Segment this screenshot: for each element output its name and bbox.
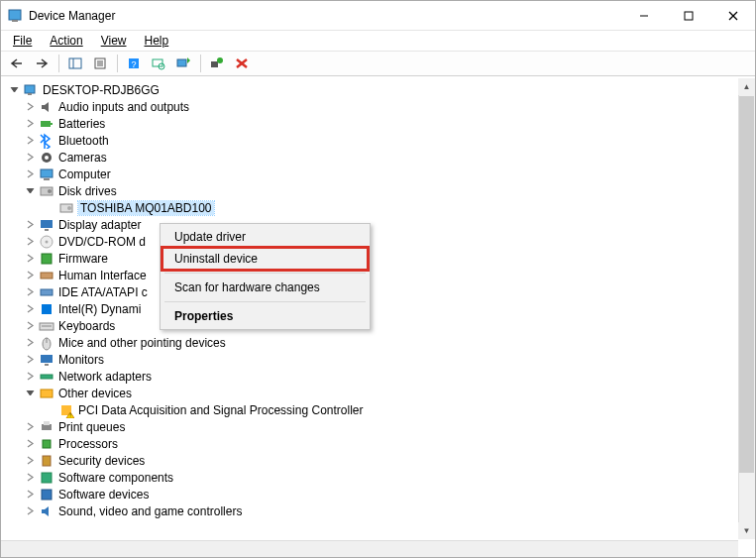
expand-collapse-icon[interactable] [23,353,37,367]
toolbar-separator [200,55,201,72]
svg-rect-54 [43,440,51,448]
expand-collapse-icon[interactable] [23,471,37,485]
svg-rect-48 [41,390,53,397]
device-tree[interactable]: DESKTOP-RDJB6GG Audio inputs and outputs… [1,79,755,521]
expand-collapse-icon[interactable] [23,134,37,148]
menu-action[interactable]: Action [42,32,90,50]
toolbar: ? [1,51,755,76]
expand-collapse-icon[interactable] [23,285,37,299]
warn-icon: ! [58,402,74,418]
titlebar: Device Manager [1,1,755,31]
svg-rect-27 [41,169,53,177]
context-properties[interactable]: Properties [162,305,368,327]
svg-point-26 [45,156,49,160]
context-scan-hardware[interactable]: Scan for hardware changes [162,277,368,298]
context-uninstall-device[interactable]: Uninstall device [162,248,368,270]
expand-collapse-icon[interactable] [23,370,37,384]
update-driver-button[interactable] [171,53,195,74]
node-label: Bluetooth [58,134,109,148]
tree-category-node[interactable]: Network adapters [3,368,755,385]
menu-file[interactable]: File [5,32,40,50]
tree-category-node[interactable]: Processors [3,435,755,452]
tree-category-node[interactable]: Sound, video and game controllers [3,502,755,519]
tree-category-node[interactable]: Audio inputs and outputs [3,98,755,115]
svg-rect-17 [211,61,218,67]
expand-collapse-icon[interactable] [23,302,37,316]
expand-collapse-icon[interactable] [23,488,37,502]
expand-collapse-icon[interactable] [23,387,37,400]
tree-category-node[interactable]: Bluetooth [3,132,755,149]
expand-collapse-icon[interactable] [23,218,37,232]
tree-category-node[interactable]: Disk drives [3,182,755,199]
show-hide-console-button[interactable] [63,53,87,74]
tree-category-node[interactable]: Software components [3,469,755,486]
expand-collapse-icon[interactable] [23,151,37,165]
context-update-driver[interactable]: Update driver [162,226,368,248]
expand-collapse-icon[interactable] [23,252,37,266]
svg-rect-1 [12,20,18,22]
scroll-thumb[interactable] [739,96,754,473]
tree-category-node[interactable]: Other devices [3,385,755,401]
menu-view[interactable]: View [93,32,135,50]
tree-category-node[interactable]: IDE ATA/ATAPI c [3,283,755,300]
intel-icon [39,301,54,317]
uninstall-device-button[interactable] [230,53,254,74]
tree-device-node[interactable]: TOSHIBA MQ01ABD100 [3,199,755,216]
tree-category-node[interactable]: Computer [3,166,755,182]
scan-hardware-button[interactable] [147,53,170,74]
tree-category-node[interactable]: Print queues [3,418,755,435]
tree-category-node[interactable]: Firmware [3,250,755,267]
back-button[interactable] [5,53,29,74]
expand-collapse-icon[interactable] [23,167,37,181]
kb-icon [39,318,54,334]
expand-collapse-icon[interactable] [23,454,37,468]
other-icon [39,386,54,401]
expand-collapse-icon[interactable] [23,420,37,434]
horizontal-scrollbar[interactable] [1,540,738,557]
expand-collapse-icon[interactable] [23,336,37,350]
tree-device-node[interactable]: ! PCI Data Acquisition and Signal Proces… [3,401,755,418]
node-label: DVD/CD-ROM d [58,235,146,249]
node-label: Audio inputs and outputs [58,100,189,114]
tree-category-node[interactable]: Cameras [3,149,755,166]
svg-rect-28 [44,178,50,180]
maximize-button[interactable] [666,1,710,31]
expand-collapse-icon[interactable] [23,184,37,198]
expand-collapse-icon[interactable] [23,504,37,518]
expand-collapse-icon[interactable] [23,437,37,451]
batt-icon [39,116,54,132]
scroll-down-button[interactable]: ▼ [738,522,755,539]
enable-device-button[interactable] [205,53,229,74]
menu-help[interactable]: Help [137,32,177,50]
hid-icon [39,268,54,283]
tree-category-node[interactable]: Monitors [3,351,755,368]
tree-category-node[interactable]: DVD/CD-ROM d [3,233,755,250]
node-label: Computer [58,167,111,181]
vertical-scrollbar[interactable] [738,78,755,539]
tree-category-node[interactable]: Display adapter [3,216,755,233]
svg-rect-38 [41,273,53,279]
forward-button[interactable] [30,53,54,74]
help-button[interactable]: ? [122,53,146,74]
tree-category-node[interactable]: Human Interface [3,267,755,283]
tree-category-node[interactable]: Mice and other pointing devices [3,334,755,351]
svg-point-32 [67,206,71,210]
svg-rect-34 [45,229,49,231]
scroll-up-button[interactable]: ▲ [738,78,755,95]
minimize-button[interactable] [621,1,666,31]
tree-category-node[interactable]: Intel(R) Dynami [3,300,755,317]
app-icon [7,8,23,24]
tree-category-node[interactable]: Software devices [3,486,755,502]
tree-category-node[interactable]: Security devices [3,452,755,469]
close-button[interactable] [710,1,755,31]
tree-category-node[interactable]: Keyboards [3,317,755,334]
tree-root-node[interactable]: DESKTOP-RDJB6GG [3,81,755,98]
properties-button[interactable] [88,53,112,74]
expand-collapse-icon[interactable] [7,83,21,97]
expand-collapse-icon[interactable] [23,117,37,131]
expand-collapse-icon[interactable] [23,319,37,333]
expand-collapse-icon[interactable] [23,269,37,282]
expand-collapse-icon[interactable] [23,235,37,249]
expand-collapse-icon[interactable] [23,100,37,114]
tree-category-node[interactable]: Batteries [3,115,755,132]
